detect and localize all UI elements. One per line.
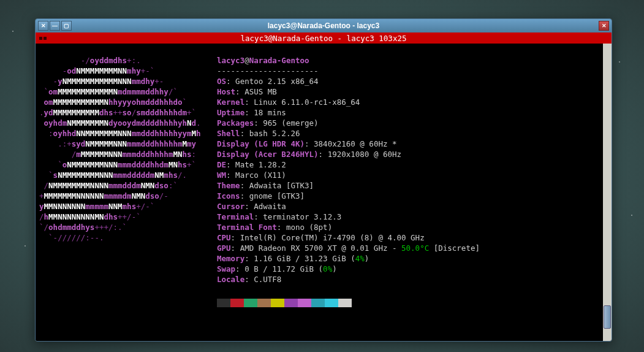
window-title: lacyc3@Narada-Gentoo - lacyc3 [36,21,612,30]
fastfetch-info-block: lacyc3@Narada-Gentoo--------------------… [217,55,599,285]
terminator-tab-bar[interactable]: lacyc3@Narada-Gentoo - lacyc3 103x25 [36,33,612,44]
terminal-scrollbar[interactable] [603,44,612,341]
terminal-window: ✕ — ▢ lacyc3@Narada-Gentoo - lacyc3 ✕ la… [35,18,612,342]
scrollbar-thumb[interactable] [604,305,611,329]
window-close-button-right[interactable]: ✕ [599,21,609,31]
terminator-layout-icon[interactable] [36,37,47,40]
window-titlebar[interactable]: ✕ — ▢ lacyc3@Narada-Gentoo - lacyc3 ✕ [36,19,612,33]
window-minimize-button[interactable]: — [50,21,60,31]
terminal-content[interactable]: -/oyddmdhs+:. -odNMMMMMMMMNNmhy+-` -yNMM… [36,44,603,341]
color-palette [217,299,599,309]
terminal-body[interactable]: -/oyddmdhs+:. -odNMMMMMMMMNNmhy+-` -yNMM… [36,44,612,341]
window-maximize-button[interactable]: ▢ [61,21,72,31]
window-close-button[interactable]: ✕ [38,21,48,31]
terminator-tab-title: lacyc3@Narada-Gentoo - lacyc3 103x25 [36,34,612,43]
gentoo-ascii-logo: -/oyddmdhs+:. -odNMMMMMMMMNNmhy+-` -yNMM… [39,55,217,285]
